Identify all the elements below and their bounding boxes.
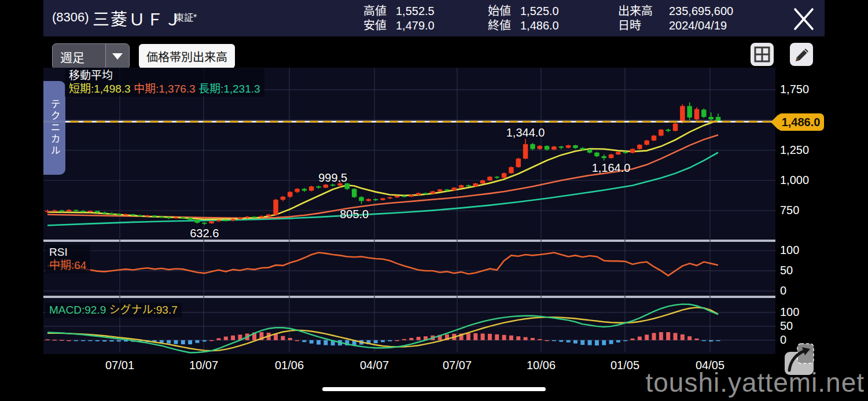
technical-side-tab[interactable]: テクニカル [43, 81, 65, 175]
rsi-mid-value: 中期:64 [49, 259, 86, 272]
chart-canvas[interactable] [0, 0, 868, 401]
x-axis-tick: 01/06 [263, 359, 315, 372]
price-annotation: 1,344.0 [494, 126, 557, 139]
macd-signal-value: シグナル:93.7 [109, 304, 177, 316]
ma-long-value: 長期:1,231.3 [198, 83, 260, 95]
price-annotation: 1,164.0 [579, 161, 643, 175]
home-indicator[interactable] [322, 387, 546, 391]
price-axis-tick: 1,250 [780, 144, 824, 157]
rsi-axis-tick: 50 [780, 264, 824, 277]
price-annotation: 999.5 [301, 171, 365, 185]
ma-legend-title: 移動平均 [69, 69, 260, 82]
macd-axis-tick: 50 [780, 319, 824, 333]
watermark: toushi.yattemi.net [645, 367, 865, 398]
price-annotation: 805.0 [322, 208, 386, 221]
price-axis-tick: 1,750 [780, 83, 824, 96]
rsi-axis-tick: 0 [780, 284, 824, 297]
macd-value: MACD:92.9 [49, 304, 106, 316]
rsi-legend-title: RSI [49, 245, 86, 259]
rsi-legend: RSI 中期:64 [45, 245, 90, 273]
x-axis-tick: 10/06 [515, 359, 567, 372]
x-axis-tick: 04/07 [348, 359, 400, 372]
price-axis-tick: 1,000 [780, 174, 824, 187]
x-axis-tick: 01/05 [599, 359, 651, 372]
x-axis-tick: 10/07 [178, 359, 230, 372]
price-annotation: 632.6 [172, 227, 236, 240]
stock-chart-screen: (8306) 三菱ＵＦＪ 東証* 高値1,552.5 安値1,479.0 始値1… [0, 0, 868, 401]
macd-axis-tick: 100 [780, 306, 824, 319]
current-price-tag: 1,486.0 [778, 113, 824, 131]
ma-mid-value: 中期:1,376.3 [134, 83, 196, 95]
technical-tab-label: テクニカル [47, 99, 62, 157]
ma-legend: 移動平均 短期:1,498.3 中期:1,376.3 長期:1,231.3 [65, 68, 264, 97]
rsi-axis-tick: 100 [780, 244, 824, 257]
macd-legend: MACD:92.9 シグナル:93.7 [45, 303, 182, 318]
price-axis-tick: 750 [780, 204, 824, 217]
x-axis-tick: 07/07 [431, 359, 483, 372]
x-axis-tick: 07/01 [94, 359, 146, 372]
ma-short-value: 短期:1,498.3 [69, 83, 131, 95]
